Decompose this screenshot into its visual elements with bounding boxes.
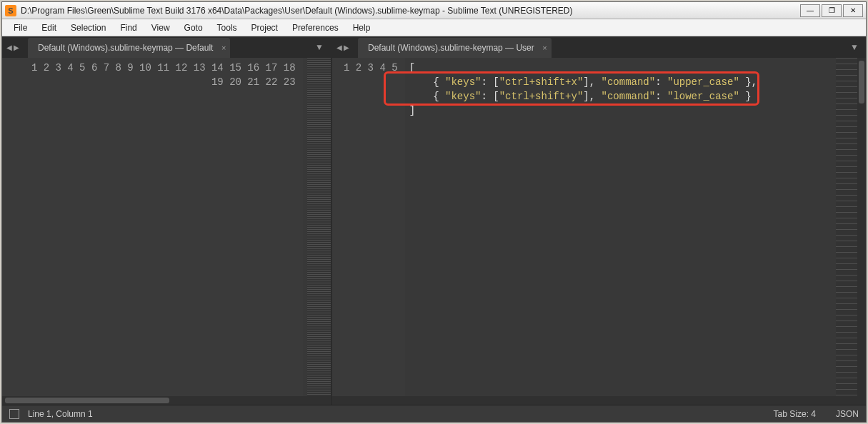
app-window: S D:\Program Files\Green\Sublime Text Bu… bbox=[1, 1, 867, 423]
tab-bar-left: ◀ ▶ Default (Windows).sublime-keymap — D… bbox=[2, 36, 331, 58]
tab-next-icon[interactable]: ▶ bbox=[14, 44, 19, 51]
maximize-button[interactable]: ❐ bbox=[822, 4, 842, 17]
title-bar: S D:\Program Files\Green\Sublime Text Bu… bbox=[2, 2, 866, 19]
status-bar: Line 1, Column 1 Tab Size: 4 JSON bbox=[2, 405, 866, 422]
gutter-right: 1 2 3 4 5 bbox=[332, 58, 405, 396]
menu-bar: FileEditSelectionFindViewGotoToolsProjec… bbox=[2, 19, 866, 36]
editor-area: ◀ ▶ Default (Windows).sublime-keymap — D… bbox=[2, 36, 866, 405]
window-controls: — ❐ ✕ bbox=[800, 4, 863, 17]
minimap-left[interactable] bbox=[307, 58, 331, 396]
status-tab-size[interactable]: Tab Size: 4 bbox=[774, 409, 816, 419]
menu-tools[interactable]: Tools bbox=[210, 21, 244, 35]
tab-close-icon[interactable]: × bbox=[542, 44, 547, 52]
status-syntax[interactable]: JSON bbox=[836, 409, 859, 419]
gutter-left: 1 2 3 4 5 6 7 8 9 10 11 12 13 14 15 16 1… bbox=[2, 58, 303, 396]
window-title: D:\Program Files\Green\Sublime Text Buil… bbox=[21, 6, 800, 16]
close-button[interactable]: ✕ bbox=[843, 4, 863, 17]
menu-edit[interactable]: Edit bbox=[34, 21, 64, 35]
hscroll-right[interactable] bbox=[332, 396, 866, 405]
status-panel-icon[interactable] bbox=[9, 409, 19, 419]
tab-label: Default (Windows).sublime-keymap — Defau… bbox=[38, 43, 213, 53]
code-body-right[interactable]: 1 2 3 4 5 [ { "keys": ["ctrl+shift+x"], … bbox=[332, 58, 866, 396]
tab-prev-icon[interactable]: ◀ bbox=[6, 44, 12, 51]
status-position[interactable]: Line 1, Column 1 bbox=[28, 409, 93, 419]
tab-nav-left: ◀ ▶ bbox=[2, 36, 24, 58]
tab-bar-right: ◀ ▶ Default (Windows).sublime-keymap — U… bbox=[332, 36, 866, 58]
tab-next-icon[interactable]: ▶ bbox=[344, 44, 349, 51]
minimize-button[interactable]: — bbox=[800, 4, 820, 17]
tab-dropdown-right[interactable]: ▼ bbox=[843, 36, 866, 58]
code-right[interactable]: [ { "keys": ["ctrl+shift+x"], "command":… bbox=[405, 58, 836, 396]
menu-selection[interactable]: Selection bbox=[64, 21, 113, 35]
menu-help[interactable]: Help bbox=[346, 21, 378, 35]
tab-prev-icon[interactable]: ◀ bbox=[336, 44, 342, 51]
left-pane: ◀ ▶ Default (Windows).sublime-keymap — D… bbox=[2, 36, 331, 405]
menu-preferences[interactable]: Preferences bbox=[285, 21, 346, 35]
vscroll-thumb[interactable] bbox=[859, 61, 864, 104]
code-body-left[interactable]: 1 2 3 4 5 6 7 8 9 10 11 12 13 14 15 16 1… bbox=[2, 58, 331, 396]
app-icon: S bbox=[5, 5, 16, 16]
menu-find[interactable]: Find bbox=[113, 21, 144, 35]
hscroll-left[interactable] bbox=[2, 396, 331, 405]
vscroll-right[interactable] bbox=[857, 58, 866, 396]
tab-nav-right: ◀ ▶ bbox=[332, 36, 354, 58]
menu-view[interactable]: View bbox=[144, 21, 177, 35]
menu-file[interactable]: File bbox=[6, 21, 34, 35]
hscroll-thumb[interactable] bbox=[5, 398, 169, 403]
tab-default-keymap[interactable]: Default (Windows).sublime-keymap — Defau… bbox=[28, 38, 230, 58]
menu-goto[interactable]: Goto bbox=[177, 21, 210, 35]
right-pane: ◀ ▶ Default (Windows).sublime-keymap — U… bbox=[332, 36, 866, 405]
tab-close-icon[interactable]: × bbox=[221, 44, 226, 52]
tab-user-keymap[interactable]: Default (Windows).sublime-keymap — User … bbox=[358, 38, 552, 58]
tab-label: Default (Windows).sublime-keymap — User bbox=[368, 43, 534, 53]
tab-dropdown-left[interactable]: ▼ bbox=[308, 36, 331, 58]
menu-project[interactable]: Project bbox=[244, 21, 285, 35]
